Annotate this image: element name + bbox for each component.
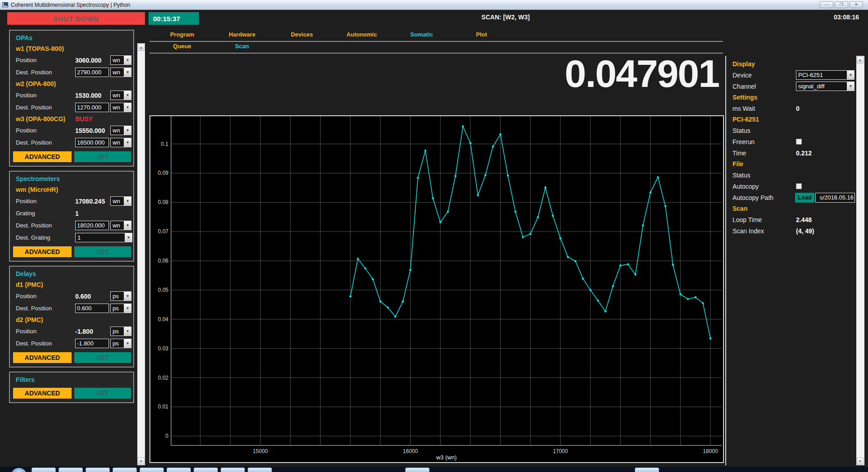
set-button[interactable]: SET [74, 388, 131, 399]
time-value: 0.212 [796, 150, 812, 157]
channel-select[interactable]: signal_diff▼ [796, 82, 854, 91]
dest-position-units-select[interactable]: wn▼ [110, 221, 131, 230]
field-row: Position0.600ps▼ [10, 290, 133, 302]
dest-position-input[interactable] [75, 138, 109, 147]
app-icon [2, 2, 8, 7]
dest-position-units-select[interactable]: wn▼ [110, 138, 131, 147]
position-readout: 0.600 [75, 293, 110, 300]
tab-devices[interactable]: Devices [272, 31, 332, 40]
position-units-select[interactable]: wn▼ [110, 91, 131, 100]
load-button[interactable]: Load [795, 193, 814, 203]
tab-autonomic[interactable]: Autonomic [332, 31, 392, 40]
subtab-queue[interactable]: Queue [152, 43, 212, 52]
left-scrollbar[interactable]: ▲ ▼ [137, 43, 145, 465]
freerun-checkbox[interactable] [796, 139, 802, 145]
field-row: Dest. Positionwn▼ [10, 219, 133, 231]
advanced-button[interactable]: ADVANCED [13, 246, 72, 257]
position-units-select-value: wn [111, 91, 124, 100]
device-name: d2 (PMC) [16, 316, 43, 323]
dest-position-input[interactable] [75, 304, 109, 313]
field-label: Position [16, 293, 75, 300]
position-units-select[interactable]: wn▼ [110, 126, 131, 135]
setting-label: Device [732, 72, 796, 79]
dest-position-units-select[interactable]: wn▼ [110, 103, 131, 112]
settings-row: DevicePCI-6251▼ [732, 69, 855, 81]
dest-position-input[interactable] [75, 68, 109, 77]
taskbar-button[interactable] [32, 467, 56, 472]
setting-label: Time [732, 150, 796, 157]
scroll-down-icon[interactable]: ▼ [857, 458, 863, 465]
taskbar-button[interactable] [86, 467, 110, 472]
advanced-button[interactable]: ADVANCED [13, 352, 72, 363]
dest-position-units-select-value: wn [111, 138, 124, 147]
set-button[interactable]: SET [74, 246, 131, 257]
taskbar-button[interactable] [140, 467, 164, 472]
grating-readout: 1 [75, 210, 110, 217]
position-units-select[interactable]: wn▼ [110, 196, 131, 206]
chevron-down-icon: ▼ [124, 126, 131, 135]
settings-group-header: Scan [732, 203, 855, 214]
field-label: Position [16, 198, 75, 204]
subtab-scan[interactable]: Scan [212, 43, 272, 52]
tab-plot[interactable]: Plot [452, 31, 511, 40]
field-label: Dest. Position [16, 69, 75, 76]
close-button-icon[interactable]: ✕ [850, 1, 863, 8]
position-units-select[interactable]: ps▼ [110, 327, 131, 336]
position-readout: -1.800 [75, 328, 110, 335]
minimize-button-icon[interactable]: — [820, 1, 833, 8]
device-select-value: PCI-6251 [796, 71, 847, 79]
scan-line-chart: 00.010.020.030.040.050.060.070.080.090.1… [150, 116, 723, 462]
device-select[interactable]: PCI-6251▼ [796, 70, 854, 80]
taskbar-button[interactable] [405, 467, 429, 472]
start-button-icon[interactable] [11, 468, 27, 472]
restore-button-icon[interactable]: ❐ [835, 1, 848, 8]
taskbar-button[interactable] [167, 467, 191, 472]
scroll-up-icon[interactable]: ▲ [138, 44, 145, 51]
taskbar-button[interactable] [248, 467, 272, 472]
scroll-down-icon[interactable]: ▼ [138, 458, 145, 465]
window-titlebar: Coherent Multidimensional Spectroscopy |… [0, 0, 868, 10]
chevron-down-icon: ▼ [125, 233, 132, 242]
taskbar-button[interactable] [194, 467, 218, 472]
settings-row: Autocopy PathLoad [732, 192, 855, 203]
dest-position-units-select-value: wn [111, 221, 124, 230]
scroll-up-icon[interactable]: ▲ [857, 56, 863, 64]
autocopy-path-input[interactable] [815, 193, 855, 203]
position-units-select[interactable]: wn▼ [110, 55, 131, 65]
loop-time-value: 2.448 [796, 216, 812, 223]
taskbar-button[interactable] [635, 467, 659, 472]
field-label: Position [16, 127, 75, 134]
set-button[interactable]: SET [74, 151, 131, 162]
advanced-button[interactable]: ADVANCED [13, 388, 72, 399]
device-header: w1 (TOPAS-800) [10, 43, 133, 54]
dest-position-input[interactable] [75, 339, 109, 348]
svg-text:0.05: 0.05 [158, 287, 169, 293]
settings-group-header: File [732, 159, 855, 169]
field-label: Dest. Position [16, 305, 75, 312]
position-units-select[interactable]: ps▼ [110, 291, 131, 301]
section-buttons: ADVANCEDSET [10, 388, 133, 399]
dest-position-input[interactable] [75, 221, 109, 230]
tab-separator [149, 41, 723, 42]
dest-position-units-select-value: ps [111, 304, 124, 313]
tab-somatic[interactable]: Somatic [392, 31, 452, 40]
taskbar-button[interactable] [221, 467, 245, 472]
autocopy-checkbox[interactable] [796, 183, 802, 189]
dest-position-input[interactable] [75, 103, 109, 112]
shutdown-button[interactable]: SHUT DOWN [7, 12, 145, 25]
dest-position-units-select[interactable]: wn▼ [110, 68, 131, 77]
dest-position-units-select[interactable]: ps▼ [110, 304, 131, 313]
settings-group-header: PCI-6251 [732, 114, 855, 125]
tab-hardware[interactable]: Hardware [212, 31, 272, 40]
right-scrollbar[interactable]: ▲ ▼ [856, 56, 864, 465]
dest-grating-select[interactable]: 1▼ [75, 233, 132, 242]
tab-program[interactable]: Program [152, 31, 212, 40]
taskbar-button[interactable] [59, 467, 83, 472]
advanced-button[interactable]: ADVANCED [13, 151, 72, 162]
settings-row: Scan Index(4, 49) [732, 225, 855, 236]
taskbar-button[interactable] [113, 467, 137, 472]
dest-position-units-select-value: ps [111, 339, 124, 348]
svg-text:16000: 16000 [403, 448, 418, 454]
set-button[interactable]: SET [74, 352, 131, 363]
dest-position-units-select[interactable]: ps▼ [110, 339, 131, 348]
